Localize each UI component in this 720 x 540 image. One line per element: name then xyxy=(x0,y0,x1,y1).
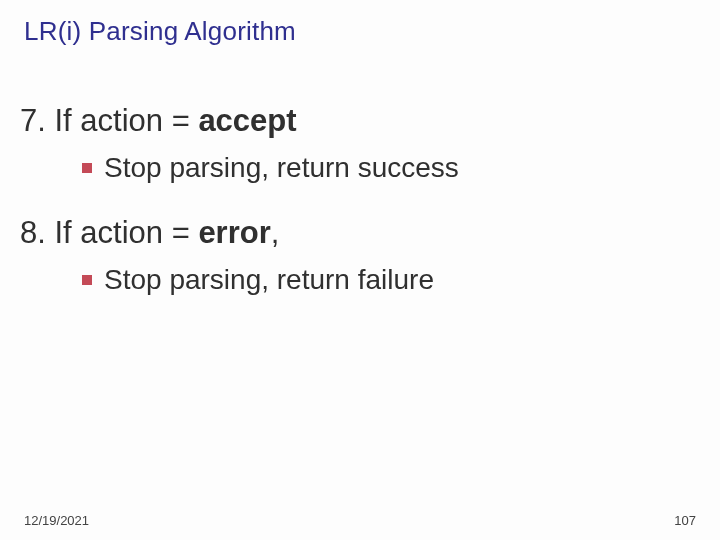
step-7-prefix: If action = xyxy=(54,103,198,138)
step-8-prefix: If action = xyxy=(54,215,198,250)
square-bullet-icon xyxy=(82,275,92,285)
square-bullet-icon xyxy=(82,163,92,173)
step-7: 7. If action = accept xyxy=(20,100,700,142)
step-8-sub: Stop parsing, return failure xyxy=(82,262,700,298)
step-7-num: 7. xyxy=(20,103,46,138)
step-8-num: 8. xyxy=(20,215,46,250)
slide: LR(i) Parsing Algorithm 7. If action = a… xyxy=(0,0,720,540)
slide-body: 7. If action = accept Stop parsing, retu… xyxy=(20,100,700,324)
step-8-keyword: error xyxy=(198,215,270,250)
footer-date: 12/19/2021 xyxy=(24,513,89,528)
slide-title: LR(i) Parsing Algorithm xyxy=(24,16,296,47)
step-7-sub: Stop parsing, return success xyxy=(82,150,700,186)
step-7-sub-text: Stop parsing, return success xyxy=(104,150,459,186)
step-8-trailing: , xyxy=(271,215,280,250)
step-8: 8. If action = error, xyxy=(20,212,700,254)
step-8-sub-text: Stop parsing, return failure xyxy=(104,262,434,298)
step-7-keyword: accept xyxy=(198,103,296,138)
footer-page-number: 107 xyxy=(674,513,696,528)
